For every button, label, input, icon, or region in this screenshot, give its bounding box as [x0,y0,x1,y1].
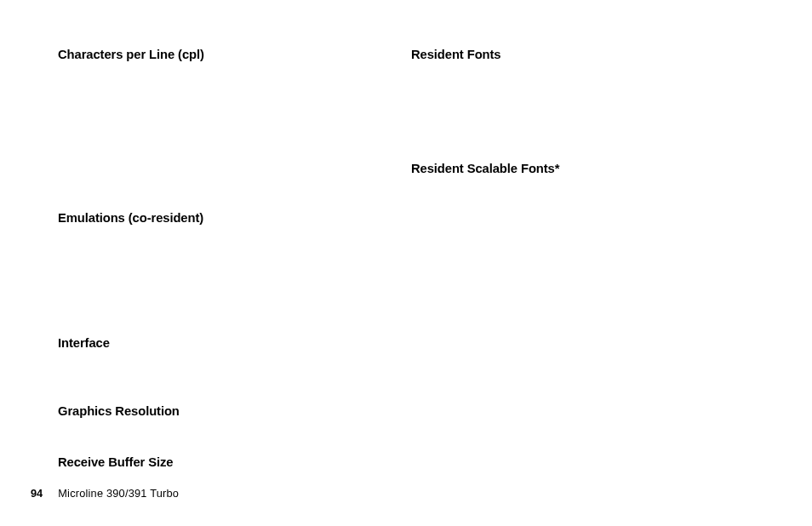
left-column: Characters per Line (cpl) Emulations (co… [58,48,204,471]
page-footer: 94Microline 390/391 Turbo [31,487,179,500]
heading-characters-per-line: Characters per Line (cpl) [58,48,204,63]
footer-title: Microline 390/391 Turbo [58,487,179,500]
document-page: Characters per Line (cpl) Emulations (co… [0,0,812,526]
heading-graphics-resolution: Graphics Resolution [58,404,204,420]
page-number: 94 [31,487,43,500]
right-column: Resident Fonts Resident Scalable Fonts* [411,48,559,177]
heading-interface: Interface [58,336,204,352]
heading-resident-fonts: Resident Fonts [411,48,559,63]
heading-resident-scalable-fonts: Resident Scalable Fonts* [411,162,559,177]
heading-emulations: Emulations (co-resident) [58,211,204,226]
heading-receive-buffer-size: Receive Buffer Size [58,455,204,471]
